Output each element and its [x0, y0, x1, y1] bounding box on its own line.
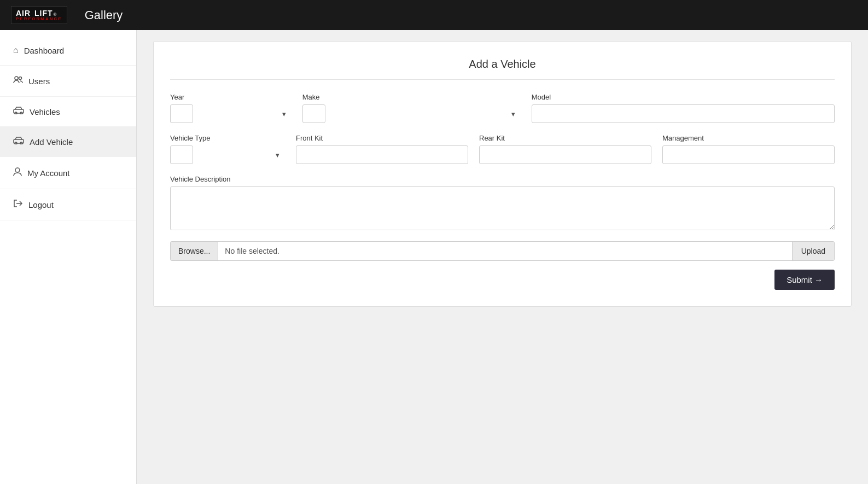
sidebar: ⌂ Dashboard Users	[0, 30, 137, 484]
file-upload-row: Browse... No file selected. Upload	[170, 241, 835, 261]
svg-point-1	[19, 77, 22, 80]
sidebar-item-vehicles[interactable]: Vehicles	[0, 97, 136, 127]
vehicle-type-group: Vehicle Type	[170, 134, 285, 164]
form-row-2: Vehicle Type Front Kit Rear Kit	[170, 134, 835, 164]
logo-lift: LIFT	[34, 9, 53, 17]
svg-point-0	[15, 77, 18, 80]
vehicle-type-select-wrapper	[170, 145, 285, 164]
logo-space	[31, 9, 34, 17]
rear-kit-group: Rear Kit	[479, 134, 651, 164]
description-label: Vehicle Description	[170, 175, 835, 183]
vehicle-type-select[interactable]	[170, 145, 193, 164]
submit-button[interactable]: Submit →	[774, 270, 835, 290]
description-group: Vehicle Description	[170, 175, 835, 230]
management-group: Management	[662, 134, 835, 164]
description-textarea[interactable]	[170, 186, 835, 230]
header-title: Gallery	[85, 8, 123, 22]
make-select-wrapper	[302, 104, 521, 123]
model-label: Model	[532, 93, 835, 101]
model-group: Model	[532, 93, 835, 123]
users-icon	[13, 75, 23, 86]
sidebar-label-my-account: My Account	[27, 168, 70, 178]
logo-performance: PERFORMANCE	[16, 17, 62, 21]
add-vehicle-icon	[13, 137, 24, 147]
logo-container: AIR LIFT ® PERFORMANCE Gallery	[11, 6, 123, 24]
upload-button[interactable]: Upload	[792, 242, 834, 260]
make-select[interactable]	[302, 104, 325, 123]
sidebar-label-add-vehicle: Add Vehicle	[30, 137, 73, 147]
model-input[interactable]	[532, 104, 835, 123]
browse-button[interactable]: Browse...	[171, 242, 218, 260]
sidebar-label-vehicles: Vehicles	[30, 107, 60, 116]
header: AIR LIFT ® PERFORMANCE Gallery	[0, 0, 868, 30]
make-group: Make	[302, 93, 521, 123]
file-name-display: No file selected.	[218, 242, 791, 260]
vehicle-type-label: Vehicle Type	[170, 134, 285, 142]
make-label: Make	[302, 93, 521, 101]
year-select[interactable]	[170, 104, 193, 123]
layout: ⌂ Dashboard Users	[0, 30, 868, 484]
year-group: Year	[170, 93, 292, 123]
sidebar-item-my-account[interactable]: My Account	[0, 157, 136, 189]
sidebar-item-logout[interactable]: Logout	[0, 189, 136, 220]
management-input[interactable]	[662, 145, 835, 164]
logout-icon	[13, 199, 23, 210]
home-icon: ⌂	[13, 45, 19, 55]
front-kit-label: Front Kit	[296, 134, 468, 142]
form-row-3: Vehicle Description	[170, 175, 835, 230]
account-icon	[13, 167, 22, 179]
year-select-wrapper	[170, 104, 292, 123]
sidebar-item-add-vehicle[interactable]: Add Vehicle	[0, 127, 136, 157]
sidebar-label-logout: Logout	[28, 200, 54, 209]
logo-air: AIR	[16, 9, 31, 17]
front-kit-group: Front Kit	[296, 134, 468, 164]
form-row-1: Year Make Model	[170, 93, 835, 123]
rear-kit-label: Rear Kit	[479, 134, 651, 142]
rear-kit-input[interactable]	[479, 145, 651, 164]
front-kit-input[interactable]	[296, 145, 468, 164]
submit-row: Submit →	[170, 270, 835, 290]
sidebar-item-dashboard[interactable]: ⌂ Dashboard	[0, 36, 136, 66]
sidebar-item-users[interactable]: Users	[0, 66, 136, 97]
management-label: Management	[662, 134, 835, 142]
form-title: Add a Vehicle	[170, 58, 835, 80]
year-label: Year	[170, 93, 292, 101]
logo: AIR LIFT ® PERFORMANCE	[11, 6, 67, 24]
sidebar-label-dashboard: Dashboard	[24, 46, 64, 55]
main-content: Add a Vehicle Year Make	[137, 30, 868, 484]
svg-point-8	[15, 168, 20, 172]
add-vehicle-form-card: Add a Vehicle Year Make	[153, 41, 852, 307]
sidebar-label-users: Users	[28, 77, 50, 86]
vehicles-icon	[13, 107, 24, 116]
